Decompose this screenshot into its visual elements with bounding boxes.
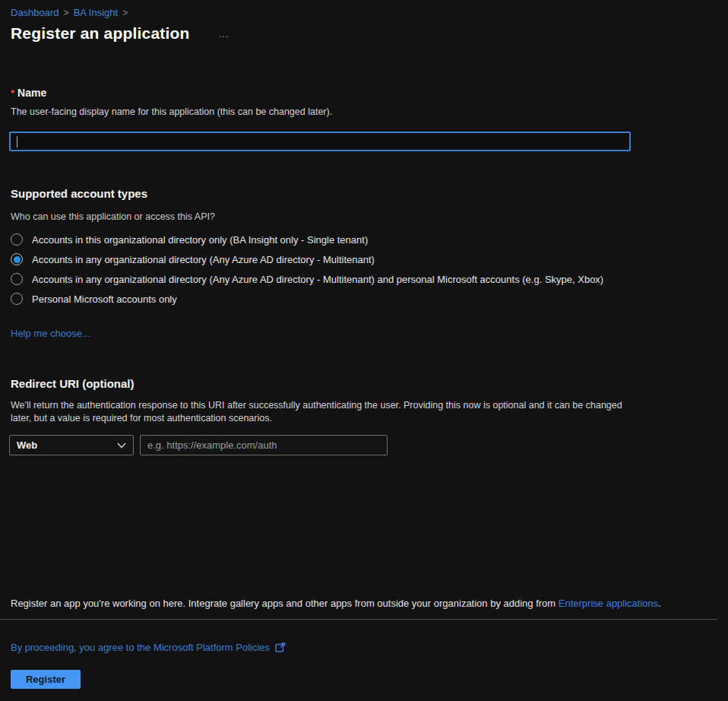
radio-multitenant-personal[interactable]: Accounts in any organizational directory… xyxy=(11,269,603,289)
footer-note-period: . xyxy=(658,598,661,609)
text-cursor xyxy=(17,136,17,147)
account-type-radio-group: Accounts in this organizational director… xyxy=(11,230,603,309)
help-me-choose-link[interactable]: Help me choose... xyxy=(11,328,90,339)
supported-account-types-heading: Supported account types xyxy=(11,187,147,200)
more-options-icon[interactable]: ... xyxy=(219,28,229,40)
register-application-page: Dashboard > BA Insight > Register an app… xyxy=(0,0,728,701)
platform-policies-link[interactable]: By proceeding, you agree to the Microsof… xyxy=(11,642,270,653)
platform-select[interactable]: Web xyxy=(9,435,134,455)
account-types-question: Who can use this application or access t… xyxy=(11,211,215,222)
title-row: Register an application ... xyxy=(11,24,229,43)
breadcrumb-ba-insight[interactable]: BA Insight xyxy=(74,7,119,18)
radio-button-icon xyxy=(11,293,23,305)
radio-label: Personal Microsoft accounts only xyxy=(32,293,177,305)
app-name-input-wrapper xyxy=(9,132,631,151)
chevron-down-icon xyxy=(117,442,126,449)
redirect-uri-input[interactable] xyxy=(140,435,388,455)
radio-multitenant[interactable]: Accounts in any organizational directory… xyxy=(11,249,603,269)
footer-divider xyxy=(0,619,717,620)
redirect-uri-controls: Web xyxy=(9,435,388,455)
breadcrumb-separator-icon: > xyxy=(122,8,128,18)
breadcrumb-separator-icon: > xyxy=(64,8,69,18)
register-button[interactable]: Register xyxy=(11,670,81,689)
name-field-label: *Name xyxy=(11,87,46,99)
radio-label: Accounts in this organizational director… xyxy=(32,234,368,246)
radio-button-icon xyxy=(11,253,23,265)
name-field-description: The user-facing display name for this ap… xyxy=(11,106,332,117)
page-title: Register an application xyxy=(11,24,190,43)
radio-label: Accounts in any organizational directory… xyxy=(32,274,603,285)
radio-label: Accounts in any organizational directory… xyxy=(32,254,375,265)
radio-single-tenant[interactable]: Accounts in this organizational director… xyxy=(11,230,603,249)
radio-button-icon xyxy=(11,233,23,246)
radio-personal-only[interactable]: Personal Microsoft accounts only xyxy=(11,289,603,309)
redirect-uri-description: We'll return the authentication response… xyxy=(11,399,635,425)
required-asterisk: * xyxy=(11,87,14,99)
breadcrumb-dashboard[interactable]: Dashboard xyxy=(11,7,59,18)
enterprise-applications-link[interactable]: Enterprise applications xyxy=(559,598,659,609)
footer-note: Register an app you're working on here. … xyxy=(11,598,721,609)
platform-select-value: Web xyxy=(17,439,37,451)
external-link-icon[interactable] xyxy=(275,642,286,652)
radio-button-icon xyxy=(11,273,23,285)
policy-line: By proceeding, you agree to the Microsof… xyxy=(11,642,286,653)
breadcrumb: Dashboard > BA Insight > xyxy=(11,7,128,18)
app-name-input[interactable] xyxy=(11,133,629,150)
footer-note-text: Register an app you're working on here. … xyxy=(11,598,559,609)
redirect-uri-heading: Redirect URI (optional) xyxy=(11,377,135,390)
